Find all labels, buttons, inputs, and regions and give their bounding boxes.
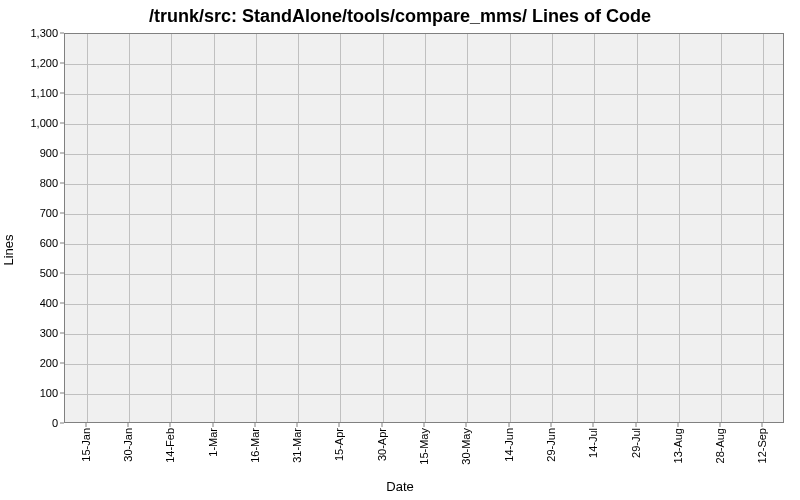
x-tick-mark — [127, 423, 128, 427]
y-tick-label: 400 — [24, 297, 58, 309]
gridline-vertical — [129, 34, 130, 422]
y-tick-label: 1,100 — [24, 87, 58, 99]
y-tick-mark — [60, 63, 64, 64]
x-tick-mark — [677, 423, 678, 427]
y-tick-label: 0 — [24, 417, 58, 429]
x-tick-label: 13-Aug — [672, 428, 684, 463]
x-tick-label: 30-Apr — [376, 428, 388, 461]
x-tick-label: 29-Jul — [630, 428, 642, 458]
y-tick-mark — [60, 213, 64, 214]
plot-area — [64, 33, 784, 423]
x-tick-mark — [297, 423, 298, 427]
x-tick-mark — [508, 423, 509, 427]
x-tick-label: 29-Jun — [545, 428, 557, 462]
gridline-horizontal — [65, 184, 783, 185]
y-tick-label: 200 — [24, 357, 58, 369]
y-tick-mark — [60, 33, 64, 34]
y-tick-mark — [60, 153, 64, 154]
y-tick-mark — [60, 363, 64, 364]
x-tick-label: 14-Feb — [164, 428, 176, 463]
gridline-vertical — [298, 34, 299, 422]
x-tick-mark — [170, 423, 171, 427]
gridline-horizontal — [65, 214, 783, 215]
gridline-horizontal — [65, 124, 783, 125]
gridline-vertical — [552, 34, 553, 422]
x-tick-mark — [635, 423, 636, 427]
gridline-vertical — [383, 34, 384, 422]
x-tick-mark — [466, 423, 467, 427]
y-tick-label: 100 — [24, 387, 58, 399]
gridline-vertical — [510, 34, 511, 422]
x-axis-label: Date — [0, 479, 800, 494]
gridline-horizontal — [65, 244, 783, 245]
y-tick-label: 600 — [24, 237, 58, 249]
x-tick-label: 14-Jul — [587, 428, 599, 458]
y-tick-mark — [60, 393, 64, 394]
gridline-horizontal — [65, 364, 783, 365]
y-tick-mark — [60, 273, 64, 274]
gridline-horizontal — [65, 334, 783, 335]
gridline-vertical — [171, 34, 172, 422]
gridline-horizontal — [65, 94, 783, 95]
gridline-horizontal — [65, 304, 783, 305]
y-tick-label: 1,300 — [24, 27, 58, 39]
y-tick-mark — [60, 333, 64, 334]
x-tick-label: 16-Mar — [249, 428, 261, 463]
y-tick-label: 700 — [24, 207, 58, 219]
gridline-vertical — [425, 34, 426, 422]
x-tick-label: 15-Apr — [333, 428, 345, 461]
y-tick-label: 300 — [24, 327, 58, 339]
y-tick-label: 1,000 — [24, 117, 58, 129]
y-tick-label: 500 — [24, 267, 58, 279]
y-tick-mark — [60, 123, 64, 124]
y-tick-mark — [60, 243, 64, 244]
y-tick-mark — [60, 423, 64, 424]
x-tick-label: 15-Jan — [80, 428, 92, 462]
y-tick-mark — [60, 93, 64, 94]
x-tick-mark — [381, 423, 382, 427]
x-tick-label: 28-Aug — [714, 428, 726, 463]
x-tick-mark — [254, 423, 255, 427]
x-tick-mark — [424, 423, 425, 427]
gridline-vertical — [721, 34, 722, 422]
x-tick-mark — [593, 423, 594, 427]
y-tick-mark — [60, 303, 64, 304]
x-tick-label: 15-May — [418, 428, 430, 465]
gridline-horizontal — [65, 64, 783, 65]
x-tick-label: 30-May — [460, 428, 472, 465]
gridline-vertical — [256, 34, 257, 422]
gridline-horizontal — [65, 394, 783, 395]
x-tick-label: 31-Mar — [291, 428, 303, 463]
chart-title: /trunk/src: StandAlone/tools/compare_mms… — [0, 6, 800, 27]
x-tick-mark — [550, 423, 551, 427]
gridline-horizontal — [65, 274, 783, 275]
x-tick-label: 1-Mar — [207, 428, 219, 457]
gridline-vertical — [763, 34, 764, 422]
y-tick-mark — [60, 183, 64, 184]
x-tick-mark — [339, 423, 340, 427]
x-tick-label: 30-Jan — [122, 428, 134, 462]
x-tick-mark — [762, 423, 763, 427]
y-tick-label: 800 — [24, 177, 58, 189]
y-axis-label: Lines — [1, 234, 16, 265]
x-tick-mark — [720, 423, 721, 427]
y-tick-label: 1,200 — [24, 57, 58, 69]
gridline-vertical — [637, 34, 638, 422]
gridline-vertical — [679, 34, 680, 422]
gridline-vertical — [467, 34, 468, 422]
x-tick-label: 14-Jun — [503, 428, 515, 462]
gridline-vertical — [594, 34, 595, 422]
x-tick-mark — [212, 423, 213, 427]
gridline-vertical — [87, 34, 88, 422]
x-tick-mark — [85, 423, 86, 427]
gridline-horizontal — [65, 154, 783, 155]
gridline-vertical — [340, 34, 341, 422]
x-tick-label: 12-Sep — [756, 428, 768, 463]
y-tick-label: 900 — [24, 147, 58, 159]
gridline-vertical — [214, 34, 215, 422]
